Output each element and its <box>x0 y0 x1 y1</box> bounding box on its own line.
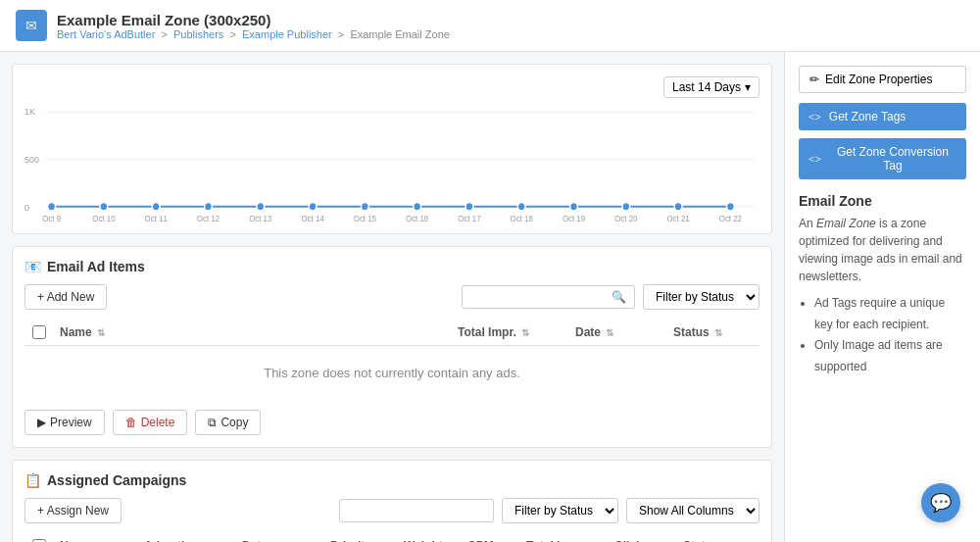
trash-icon: 🗑 <box>125 416 137 429</box>
page-title: Example Email Zone (300x250) <box>57 12 450 28</box>
assign-new-button[interactable]: + Assign New <box>24 498 122 523</box>
svg-text:Oct 21: Oct 21 <box>666 214 690 222</box>
campaigns-table-header: Name ⇅ Advertiser ⇅ Date ⇅ Priority ⇅ We… <box>24 533 760 542</box>
edit-icon: ✏ <box>809 73 819 86</box>
breadcrumb-current: Example Email Zone <box>350 28 450 40</box>
search-input[interactable] <box>470 290 608 304</box>
svg-text:Oct 18: Oct 18 <box>511 214 534 222</box>
assigned-campaigns-toolbar: + Assign New Filter by Status Show All C… <box>24 498 760 523</box>
get-zone-tags-button[interactable]: <> Get Zone Tags <box>799 103 966 130</box>
svg-text:0: 0 <box>24 203 29 213</box>
email-ad-items-toolbar: + Add New 🔍 Filter by Status <box>24 284 760 310</box>
email-icon: 📧 <box>24 259 41 274</box>
copy-icon: ⧉ <box>208 416 217 429</box>
svg-point-7 <box>100 202 108 211</box>
show-columns-select[interactable]: Show All Columns <box>626 498 760 523</box>
edit-zone-properties-button[interactable]: ✏ Edit Zone Properties <box>799 66 966 93</box>
status-col-header[interactable]: Status ⇅ <box>673 325 752 339</box>
assigned-campaigns-title: 📋 Assigned Campaigns <box>24 472 760 488</box>
svg-text:Oct 22: Oct 22 <box>719 214 743 222</box>
svg-text:Oct 17: Oct 17 <box>458 214 481 222</box>
get-zone-conversion-tag-button[interactable]: <> Get Zone Conversion Tag <box>799 138 966 179</box>
svg-point-17 <box>622 202 630 211</box>
breadcrumb: Bert Vario's AdButler > Publishers > Exa… <box>57 28 450 40</box>
svg-point-11 <box>309 202 317 211</box>
svg-text:Oct 16: Oct 16 <box>406 214 429 222</box>
email-zone-description: An Email Zone is a zone optimized for de… <box>799 215 966 285</box>
svg-point-14 <box>466 202 473 211</box>
svg-point-15 <box>517 202 525 211</box>
chart-svg: 1K 500 0 <box>24 104 760 222</box>
sort-icon: ⇅ <box>606 327 613 338</box>
svg-text:500: 500 <box>24 155 39 165</box>
bullet-item-1: Ad Tags require a unique key for each re… <box>814 293 966 335</box>
svg-point-6 <box>48 202 56 211</box>
zone-icon: ✉ <box>16 10 47 41</box>
date-range-button[interactable]: Last 14 Days ▾ <box>663 76 760 98</box>
svg-text:Oct 11: Oct 11 <box>145 214 169 222</box>
preview-icon: ▶ <box>37 416 46 429</box>
breadcrumb-publisher[interactable]: Example Publisher <box>242 28 332 40</box>
svg-text:Oct 10: Oct 10 <box>92 214 116 222</box>
filter-status-select[interactable]: Filter by Status <box>643 284 760 310</box>
copy-button[interactable]: ⧉ Copy <box>195 410 261 435</box>
preview-button[interactable]: ▶ Preview <box>24 410 105 435</box>
title-area: Example Email Zone (300x250) Bert Vario'… <box>57 12 450 40</box>
date-range-label: Last 14 Days <box>672 80 741 94</box>
total-impr-col-header[interactable]: Total Impr. ⇅ <box>458 325 575 339</box>
search-box: 🔍 <box>462 285 635 309</box>
delete-button[interactable]: 🗑 Delete <box>113 410 188 435</box>
svg-point-13 <box>414 202 421 211</box>
breadcrumb-publishers[interactable]: Publishers <box>173 28 223 40</box>
name-col-header[interactable]: Name ⇅ <box>60 325 458 339</box>
date-col-header[interactable]: Date ⇅ <box>575 325 673 339</box>
email-ad-items-title: 📧 Email Ad Items <box>24 259 760 274</box>
main-content: Last 14 Days ▾ 1K 500 0 <box>0 52 784 542</box>
svg-point-16 <box>570 202 578 211</box>
svg-point-19 <box>726 202 734 211</box>
svg-point-18 <box>674 202 682 211</box>
chart-card: Last 14 Days ▾ 1K 500 0 <box>12 64 772 234</box>
sort-icon: ⇅ <box>714 327 722 338</box>
campaigns-search-box <box>339 499 494 522</box>
chat-icon: 💬 <box>930 492 952 514</box>
svg-point-8 <box>152 202 160 211</box>
svg-text:Oct 19: Oct 19 <box>563 214 586 222</box>
campaigns-icon: 📋 <box>24 472 41 488</box>
add-new-button[interactable]: + Add New <box>24 284 107 310</box>
svg-text:Oct 9: Oct 9 <box>42 214 61 222</box>
search-icon: 🔍 <box>612 290 626 304</box>
svg-point-9 <box>205 202 213 211</box>
campaigns-filter-select[interactable]: Filter by Status <box>502 498 618 523</box>
tag-prefix-icon: <> <box>808 111 821 123</box>
sidebar: ✏ Edit Zone Properties <> Get Zone Tags … <box>784 52 980 542</box>
assigned-campaigns-card: 📋 Assigned Campaigns + Assign New Filter… <box>12 460 772 542</box>
email-zone-sidebar-title: Email Zone <box>799 193 966 209</box>
email-ad-items-card: 📧 Email Ad Items + Add New 🔍 Filter by S… <box>12 246 772 448</box>
select-all-checkbox[interactable] <box>32 325 46 339</box>
chat-button[interactable]: 💬 <box>921 483 960 522</box>
chevron-down-icon: ▾ <box>745 80 751 94</box>
chart-area: 1K 500 0 <box>24 104 760 222</box>
svg-text:Oct 13: Oct 13 <box>249 214 272 222</box>
email-zone-bullets: Ad Tags require a unique key for each re… <box>799 293 966 377</box>
email-items-table-header: Name ⇅ Total Impr. ⇅ Date ⇅ Status ⇅ <box>24 320 760 346</box>
email-items-empty: This zone does not currently contain any… <box>24 346 760 400</box>
campaigns-search-input[interactable] <box>348 504 485 517</box>
svg-point-10 <box>257 202 265 211</box>
chart-header: Last 14 Days ▾ <box>24 76 760 98</box>
breadcrumb-home[interactable]: Bert Vario's AdButler <box>57 28 155 40</box>
sort-icon: ⇅ <box>97 327 105 338</box>
sort-icon: ⇅ <box>521 327 529 338</box>
svg-text:Oct 20: Oct 20 <box>614 214 638 222</box>
svg-text:1K: 1K <box>24 107 36 117</box>
conversion-tag-prefix-icon: <> <box>808 153 821 165</box>
svg-point-12 <box>361 202 368 211</box>
email-items-footer: ▶ Preview 🗑 Delete ⧉ Copy <box>24 400 760 435</box>
top-bar: ✉ Example Email Zone (300x250) Bert Vari… <box>0 0 980 52</box>
svg-text:Oct 14: Oct 14 <box>301 214 324 222</box>
svg-text:Oct 12: Oct 12 <box>197 214 220 222</box>
bullet-item-2: Only Image ad items are supported <box>814 335 966 377</box>
svg-text:Oct 15: Oct 15 <box>354 214 377 222</box>
